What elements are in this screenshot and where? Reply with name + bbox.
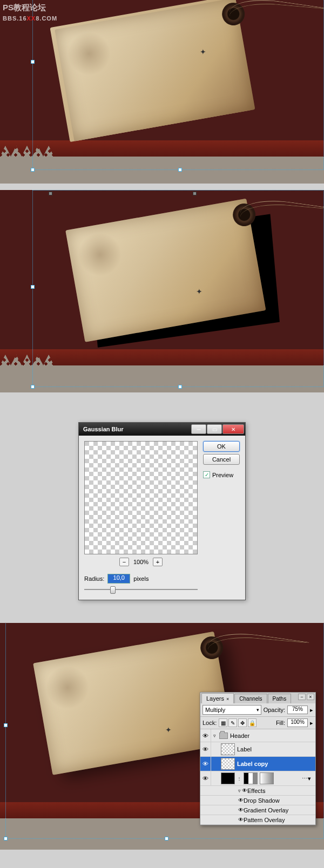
effect-pattern-overlay[interactable]: 👁 Pattern Overlay	[200, 815, 315, 825]
layer-list: 👁 ▿Header 👁 Label 👁 Label copy 👁 ⋮ ⋯▾	[200, 729, 315, 825]
dialog-area: Gaussian Blur ─ ▭ ✕ − 100% + Radius: 10,…	[0, 392, 324, 622]
tab-paths[interactable]: Paths	[268, 694, 292, 703]
opacity-flyout-icon[interactable]: ▸	[310, 707, 313, 714]
gaussian-blur-dialog: Gaussian Blur ─ ▭ ✕ − 100% + Radius: 10,…	[78, 422, 246, 600]
layer-thumb	[221, 743, 235, 755]
canvas-step1: ✦	[0, 0, 324, 184]
radius-slider[interactable]	[84, 585, 198, 594]
zoom-in-button[interactable]: +	[153, 558, 163, 566]
ok-button[interactable]: OK	[203, 441, 240, 452]
transform-anchor-icon: ✦	[200, 48, 206, 56]
minimize-button[interactable]: ─	[191, 424, 206, 434]
tag-with-shadow	[65, 195, 291, 363]
fill-flyout-icon[interactable]: ▸	[310, 720, 313, 727]
radius-label: Radius:	[84, 575, 104, 582]
blend-mode-dropdown[interactable]: Multiply	[202, 705, 261, 715]
preview-label: Preview	[212, 472, 233, 478]
transform-anchor-icon: ✦	[165, 725, 172, 734]
canvas-step2: ✦	[0, 190, 324, 392]
layers-panel: Layers× Channels Paths −× Multiply Opaci…	[200, 692, 316, 825]
panel-close-icon[interactable]: ×	[307, 694, 314, 700]
lock-transparency-icon[interactable]: ▦	[219, 718, 227, 727]
visibility-toggle[interactable]: 👁	[200, 729, 211, 742]
radius-unit: pixels	[133, 575, 148, 582]
close-button[interactable]: ✕	[222, 424, 244, 434]
slider-thumb[interactable]	[110, 586, 116, 594]
watermark: PS教程论坛 BBS.16XX8.COM	[3, 3, 57, 22]
layer-mask[interactable]: 👁 ⋮ ⋯▾	[200, 771, 315, 786]
fill-label: Fill:	[276, 720, 285, 726]
mask-thumb	[260, 772, 274, 784]
visibility-toggle[interactable]: 👁	[200, 757, 211, 771]
lock-all-icon[interactable]: 🔒	[248, 718, 256, 727]
dialog-titlebar[interactable]: Gaussian Blur ─ ▭ ✕	[79, 423, 245, 436]
effects-header[interactable]: ▿👁 Effects	[200, 786, 315, 796]
lock-pixels-icon[interactable]: ✎	[228, 718, 237, 727]
maximize-button[interactable]: ▭	[207, 424, 222, 434]
blur-preview[interactable]	[84, 441, 198, 554]
visibility-toggle[interactable]: 👁	[200, 771, 211, 785]
zoom-value: 100%	[133, 559, 148, 565]
tab-channels[interactable]: Channels	[234, 694, 267, 703]
fill-input[interactable]: 100%	[287, 718, 308, 727]
layer-label[interactable]: 👁 Label	[200, 742, 315, 757]
panel-minimize-icon[interactable]: −	[298, 694, 306, 700]
lock-position-icon[interactable]: ✥	[238, 718, 247, 727]
tab-layers[interactable]: Layers×	[201, 693, 234, 703]
opacity-label: Opacity:	[264, 707, 285, 713]
layer-menu-icon[interactable]: ⋯▾	[302, 775, 311, 782]
panel-tabs: Layers× Channels Paths −×	[200, 693, 315, 703]
mask-link-icon[interactable]: ⋮	[237, 776, 241, 781]
transform-anchor-icon: ✦	[196, 287, 202, 296]
lock-label: Lock:	[202, 720, 217, 726]
tag-image	[55, 0, 280, 162]
opacity-input[interactable]: 75%	[287, 706, 308, 714]
preview-checkbox[interactable]: ✓	[203, 471, 210, 478]
cancel-button[interactable]: Cancel	[203, 454, 240, 465]
layer-thumb	[221, 772, 235, 784]
dialog-title: Gaussian Blur	[83, 426, 191, 432]
visibility-toggle[interactable]: 👁	[200, 742, 211, 756]
zoom-out-button[interactable]: −	[119, 558, 129, 566]
layer-labelcopy[interactable]: 👁 Label copy	[200, 757, 315, 771]
effect-gradient-overlay[interactable]: 👁 Gradient Overlay	[200, 805, 315, 815]
layer-group-header[interactable]: 👁 ▿Header	[200, 729, 315, 742]
mask-thumb	[244, 772, 258, 784]
folder-icon	[219, 733, 228, 739]
effect-drop-shadow[interactable]: 👁 Drop Shadow	[200, 796, 315, 805]
radius-input[interactable]: 10,0	[107, 574, 130, 584]
canvas-step3: ✦ Layers× Channels Paths −× Multiply Opa…	[0, 623, 324, 850]
layer-thumb	[221, 758, 235, 770]
